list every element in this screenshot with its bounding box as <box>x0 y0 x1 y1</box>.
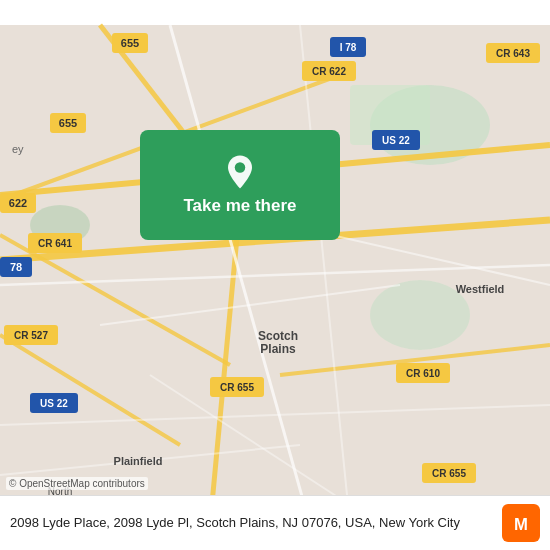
svg-text:CR 655: CR 655 <box>220 382 254 393</box>
take-me-there-button-label: Take me there <box>183 196 296 216</box>
svg-text:Plainfield: Plainfield <box>114 455 163 467</box>
svg-text:CR 622: CR 622 <box>312 66 346 77</box>
moovit-icon: M <box>502 504 540 542</box>
moovit-logo: M <box>502 504 540 542</box>
svg-text:CR 610: CR 610 <box>406 368 440 379</box>
svg-text:ey: ey <box>12 143 24 155</box>
location-pin-icon <box>222 154 258 190</box>
map-copyright: © OpenStreetMap contributors <box>6 477 148 490</box>
svg-text:CR 643: CR 643 <box>496 48 530 59</box>
svg-text:655: 655 <box>121 37 139 49</box>
svg-text:Westfield: Westfield <box>456 283 505 295</box>
svg-text:CR 527: CR 527 <box>14 330 48 341</box>
svg-text:M: M <box>514 515 528 534</box>
svg-text:CR 641: CR 641 <box>38 238 72 249</box>
svg-text:655: 655 <box>59 117 77 129</box>
svg-point-56 <box>235 162 246 173</box>
address-label: 2098 Lyde Place, 2098 Lyde Pl, Scotch Pl… <box>10 514 492 532</box>
map-container: 655 I 78 CR 643 CR 622 655 US 22 622 CR … <box>0 0 550 550</box>
bottom-bar: 2098 Lyde Place, 2098 Lyde Pl, Scotch Pl… <box>0 495 550 550</box>
svg-text:US 22: US 22 <box>382 135 410 146</box>
svg-text:Scotch: Scotch <box>258 329 298 343</box>
svg-text:Plains: Plains <box>260 342 296 356</box>
svg-text:78: 78 <box>10 261 22 273</box>
svg-text:US 22: US 22 <box>40 398 68 409</box>
svg-text:I 78: I 78 <box>340 42 357 53</box>
take-me-there-panel[interactable]: Take me there <box>140 130 340 240</box>
svg-text:622: 622 <box>9 197 27 209</box>
map-background: 655 I 78 CR 643 CR 622 655 US 22 622 CR … <box>0 0 550 550</box>
svg-text:CR 655: CR 655 <box>432 468 466 479</box>
